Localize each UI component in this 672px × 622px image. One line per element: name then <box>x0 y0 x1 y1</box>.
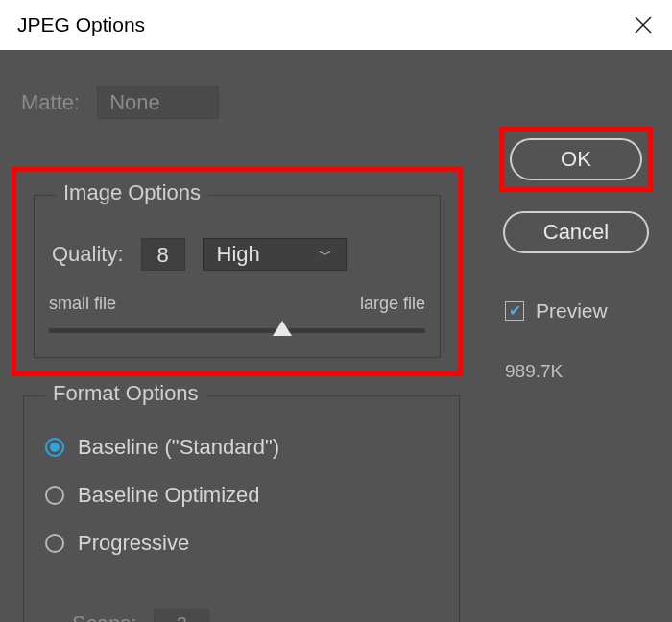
close-icon <box>635 16 652 34</box>
radio-label: Progressive <box>78 531 189 556</box>
titlebar: JPEG Options <box>0 0 672 50</box>
matte-dropdown: None <box>97 86 219 119</box>
scans-label: Scans: <box>72 611 136 622</box>
close-button[interactable] <box>614 0 672 50</box>
format-options-legend: Format Options <box>45 381 206 406</box>
preview-label: Preview <box>536 299 608 323</box>
slider-min-label: small file <box>49 294 116 314</box>
image-options-highlight: Image Options Quality: 8 High ﹀ small fi… <box>12 167 463 376</box>
right-column: OK Cancel ✔ Preview 989.7K <box>499 127 653 382</box>
ok-button-highlight: OK <box>499 127 653 192</box>
radio-baseline-optimized[interactable]: Baseline Optimized <box>45 483 279 508</box>
scans-row: Scans: 3 <box>72 609 209 622</box>
quality-row: Quality: 8 High ﹀ <box>52 238 347 271</box>
slider-labels: small file large file <box>49 294 425 314</box>
radio-baseline-standard[interactable]: Baseline ("Standard") <box>45 435 279 460</box>
radio-icon <box>45 534 64 553</box>
slider-thumb[interactable] <box>273 321 292 336</box>
format-radio-group: Baseline ("Standard") Baseline Optimized… <box>45 435 279 556</box>
preview-row[interactable]: ✔ Preview <box>505 299 653 323</box>
quality-input[interactable]: 8 <box>141 238 185 271</box>
filesize-text: 989.7K <box>505 361 653 382</box>
radio-icon <box>45 486 64 505</box>
format-options-group: Format Options Baseline ("Standard") Bas… <box>23 395 460 622</box>
image-options-legend: Image Options <box>56 180 208 205</box>
image-options-group: Image Options Quality: 8 High ﹀ small fi… <box>34 195 441 358</box>
quality-label: Quality: <box>52 242 124 267</box>
radio-progressive[interactable]: Progressive <box>45 531 279 556</box>
matte-label: Matte: <box>21 90 80 115</box>
matte-row: Matte: None <box>21 86 219 119</box>
radio-label: Baseline ("Standard") <box>78 435 279 460</box>
radio-icon <box>45 438 64 457</box>
quality-preset-dropdown[interactable]: High ﹀ <box>203 238 347 271</box>
quality-preset-value: High <box>217 241 260 268</box>
jpeg-options-dialog: JPEG Options Matte: None Image Options Q… <box>0 0 672 622</box>
radio-label: Baseline Optimized <box>78 483 260 508</box>
scans-value: 3 <box>177 613 187 623</box>
chevron-down-icon: ﹀ <box>319 241 332 268</box>
scans-dropdown: 3 <box>154 609 209 622</box>
dialog-title: JPEG Options <box>17 13 145 36</box>
ok-button[interactable]: OK <box>510 138 642 180</box>
dialog-body: Matte: None Image Options Quality: 8 Hig… <box>0 50 672 622</box>
cancel-button[interactable]: Cancel <box>503 211 649 253</box>
matte-value: None <box>109 90 160 114</box>
slider-max-label: large file <box>360 294 425 314</box>
preview-checkbox[interactable]: ✔ <box>505 301 524 321</box>
quality-slider[interactable] <box>49 328 425 333</box>
check-icon: ✔ <box>509 303 521 319</box>
